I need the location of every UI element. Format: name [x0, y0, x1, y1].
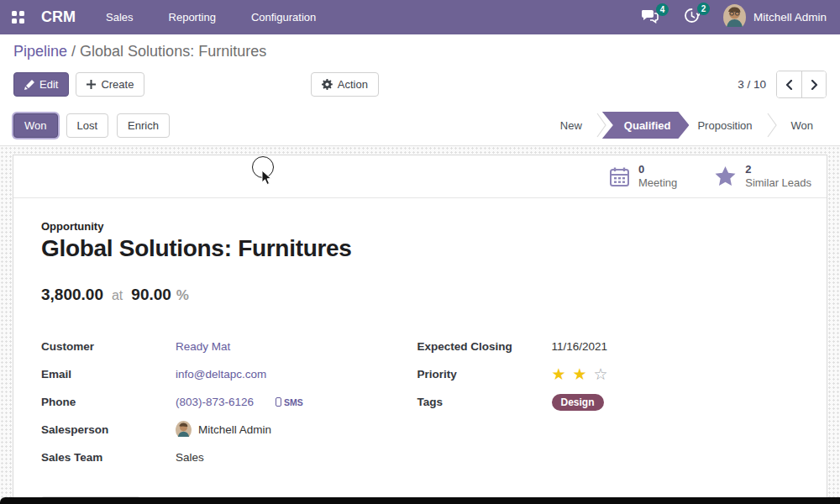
- form-sheet: 0 Meeting 2 Similar Leads Opportunity: [13, 155, 827, 504]
- screen-bottom-bar: [0, 497, 840, 504]
- breadcrumb-pipeline-link[interactable]: Pipeline: [13, 43, 67, 60]
- pager: 3 / 10: [738, 71, 827, 98]
- meeting-count: 0: [638, 163, 677, 176]
- lost-button[interactable]: Lost: [66, 113, 109, 138]
- similar-leads-stat-button[interactable]: 2 Similar Leads: [714, 163, 811, 191]
- enrich-button[interactable]: Enrich: [117, 113, 170, 138]
- star-filled-icon[interactable]: [573, 366, 587, 382]
- messages-badge: 4: [656, 3, 669, 16]
- sheet-content: Opportunity Global Solutions: Furnitures…: [13, 198, 827, 471]
- navbar-left: CRM Sales Reporting Configuration: [0, 8, 316, 26]
- stage-qualified[interactable]: Qualified: [602, 112, 690, 139]
- percent-sign: %: [176, 287, 189, 304]
- field-row-email: Email info@deltapc.com: [41, 360, 417, 388]
- edit-create-group: Edit Create: [13, 72, 144, 97]
- stage-pipeline: New Qualified Proposition Won: [547, 112, 827, 139]
- field-row-priority: Priority: [417, 360, 794, 388]
- field-label: Tags: [417, 396, 552, 408]
- field-label: Phone: [41, 396, 176, 408]
- stage-new[interactable]: New: [547, 112, 596, 139]
- expected-closing-value[interactable]: 11/16/2021: [552, 340, 608, 353]
- star-filled-icon[interactable]: [552, 366, 566, 382]
- field-label: Expected Closing: [417, 340, 552, 353]
- control-panel: Pipeline / Global Solutions: Furnitures …: [0, 34, 840, 108]
- create-button[interactable]: Create: [76, 72, 144, 97]
- breadcrumb-current: Global Solutions: Furnitures: [80, 43, 266, 60]
- apps-grid-icon[interactable]: [12, 11, 24, 24]
- field-row-customer: Customer Ready Mat: [41, 333, 417, 360]
- edit-button[interactable]: Edit: [13, 72, 69, 97]
- messages-button[interactable]: 4: [633, 3, 667, 32]
- sms-button[interactable]: SMS: [276, 397, 303, 407]
- plus-icon: [87, 80, 96, 89]
- pager-buttons: [776, 71, 827, 98]
- stage-won[interactable]: Won: [778, 112, 827, 139]
- stat-button-strip: 0 Meeting 2 Similar Leads: [13, 155, 827, 198]
- user-avatar: [723, 4, 746, 30]
- statusbar-buttons: Won Lost Enrich: [13, 113, 170, 138]
- gear-icon: [322, 79, 333, 90]
- tag-design[interactable]: Design: [552, 394, 604, 411]
- menu-sales[interactable]: Sales: [106, 11, 134, 24]
- top-navbar: CRM Sales Reporting Configuration 4: [0, 0, 840, 34]
- breadcrumb: Pipeline / Global Solutions: Furnitures: [13, 43, 827, 60]
- pager-value: 3 / 10: [738, 78, 766, 91]
- menu-reporting[interactable]: Reporting: [169, 11, 216, 24]
- calendar-icon: [609, 166, 630, 187]
- action-wrap: Action: [144, 72, 544, 97]
- salesperson-avatar: [176, 421, 192, 439]
- pager-previous-button[interactable]: [777, 71, 801, 97]
- opportunity-title: Global Solutions: Furnitures: [41, 235, 793, 262]
- won-button[interactable]: Won: [13, 113, 58, 138]
- expected-revenue: 3,800.00: [41, 286, 103, 304]
- mobile-phone-icon: [276, 397, 281, 407]
- priority-stars: [552, 366, 608, 382]
- similar-leads-count: 2: [745, 163, 811, 176]
- customer-link[interactable]: Ready Mat: [176, 340, 230, 353]
- sales-team-value[interactable]: Sales: [176, 451, 204, 464]
- app-name[interactable]: CRM: [41, 8, 76, 26]
- user-menu[interactable]: Mitchell Admin: [723, 4, 827, 30]
- field-grid: Customer Ready Mat Email info@deltapc.co…: [41, 333, 793, 471]
- control-panel-buttons-row: Edit Create Action: [13, 71, 827, 108]
- star-icon: [714, 165, 737, 187]
- user-name: Mitchell Admin: [753, 11, 827, 24]
- meeting-stat-button[interactable]: 0 Meeting: [609, 163, 677, 191]
- menu-configuration[interactable]: Configuration: [251, 11, 316, 24]
- field-label: Sales Team: [41, 451, 176, 464]
- action-button[interactable]: Action: [311, 72, 379, 97]
- activities-button[interactable]: 2: [675, 3, 708, 32]
- breadcrumb-separator: /: [67, 43, 80, 60]
- navbar-right: 4 2: [633, 3, 840, 32]
- stage-separator-icon: [766, 112, 778, 139]
- statusbar: Won Lost Enrich New Qualified Propositio…: [0, 108, 840, 146]
- revenue-row: 3,800.00 at 90.00 %: [41, 286, 793, 304]
- field-label: Salesperson: [41, 423, 176, 436]
- field-label: Email: [41, 368, 176, 381]
- field-column-right: Expected Closing 11/16/2021 Priority: [417, 333, 794, 471]
- field-row-expected-closing: Expected Closing 11/16/2021: [417, 333, 794, 360]
- phone-link[interactable]: (803)-873-6126: [176, 396, 254, 408]
- probability-value: 90.00: [131, 286, 171, 304]
- similar-leads-label: Similar Leads: [745, 176, 811, 190]
- crm-form-view: CRM Sales Reporting Configuration 4: [0, 0, 840, 504]
- stage-proposition[interactable]: Proposition: [684, 112, 765, 139]
- activities-badge: 2: [697, 3, 710, 15]
- record-type-label: Opportunity: [41, 220, 793, 233]
- pager-next-button[interactable]: [801, 71, 826, 97]
- email-link[interactable]: info@deltapc.com: [176, 368, 266, 381]
- field-column-left: Customer Ready Mat Email info@deltapc.co…: [41, 333, 417, 471]
- star-empty-icon[interactable]: [594, 366, 608, 382]
- navbar-menu: Sales Reporting Configuration: [106, 11, 316, 24]
- chevron-right-icon: [811, 80, 818, 90]
- field-row-salesperson: Salesperson M: [41, 416, 417, 444]
- field-label: Customer: [41, 340, 176, 353]
- field-row-tags: Tags Design: [417, 388, 794, 416]
- salesperson-value[interactable]: Mitchell Admin: [198, 423, 271, 436]
- at-label: at: [112, 288, 123, 303]
- field-row-phone: Phone (803)-873-6126 SMS: [41, 388, 417, 416]
- meeting-label: Meeting: [638, 176, 677, 190]
- pencil-icon: [24, 80, 34, 90]
- field-row-sales-team: Sales Team Sales: [41, 444, 417, 471]
- chevron-left-icon: [785, 80, 793, 90]
